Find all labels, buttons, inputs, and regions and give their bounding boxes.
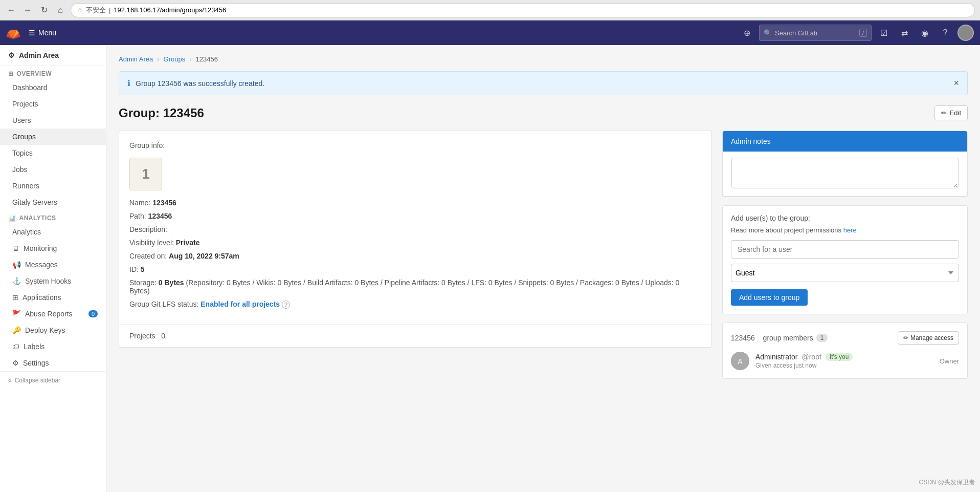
merge-request-icon: ⇄ [901,28,908,38]
group-storage-row: Storage: 0 Bytes (Repository: 0 Bytes / … [129,279,701,295]
collapse-sidebar-button[interactable]: « Collapse sidebar [0,371,106,389]
breadcrumb-admin-area[interactable]: Admin Area [119,55,153,63]
sidebar-item-label: Abuse Reports [25,310,73,318]
sidebar-item-label: Analytics [12,228,41,236]
add-users-title: Add user(s) to the group: [731,214,959,222]
sidebar-item-gitaly-servers[interactable]: Gitaly Servers [0,194,106,210]
storage-label: Storage: [129,279,157,287]
member-avatar: A [731,352,749,370]
sidebar-item-projects[interactable]: Projects [0,96,106,112]
admin-icon: ⚙ [8,51,15,59]
group-id-row: ID: 5 [129,265,701,273]
members-header: 123456 group members 1 ✏ Manage access [731,331,959,345]
nav-merge-requests-button[interactable]: ⇄ [896,25,912,41]
pencil-small-icon: ✏ [903,334,908,341]
new-item-button[interactable]: ⊕ [739,25,755,41]
visibility-value: Private [176,239,200,247]
group-name-row: Name: 123456 [129,199,701,207]
projects-label: Projects [129,332,155,340]
group-description-row: Description: [129,225,701,233]
home-button[interactable]: ⌂ [54,4,66,16]
group-avatar: 1 [129,158,162,190]
group-visibility-row: Visibility level: Private [129,239,701,247]
sidebar-item-runners[interactable]: Runners [0,178,106,194]
hamburger-icon: ☰ [29,29,35,37]
forward-button[interactable]: → [21,4,34,16]
sidebar-item-monitoring[interactable]: 🖥 Monitoring [0,240,106,256]
sidebar-item-abuse-reports[interactable]: 🚩 Abuse Reports 0 [0,306,106,322]
collapse-label: Collapse sidebar [15,377,60,384]
lfs-help-icon[interactable]: ? [282,301,290,309]
address-warning-text: 不安全 [86,6,106,15]
sidebar-item-label: Settings [23,359,49,367]
group-info-section: Group info: 1 Name: 123456 Path: 123456 [119,131,711,324]
gitlab-logo-icon[interactable] [6,26,20,40]
breadcrumb-sep-1: › [157,55,159,63]
refresh-button[interactable]: ↻ [38,4,50,16]
sidebar-item-groups[interactable]: Groups [0,129,106,145]
sidebar-item-label: Deploy Keys [25,326,65,334]
permissions-link[interactable]: here [843,226,857,234]
name-label: Name: [129,199,150,207]
user-avatar[interactable] [957,25,974,41]
nav-issues-button[interactable]: ◉ [917,25,933,41]
global-search[interactable]: 🔍 Search GitLab / [759,25,872,41]
sidebar-item-system-hooks[interactable]: ⚓ System Hooks [0,273,106,289]
path-value: 123456 [148,212,172,220]
nav-todo-button[interactable]: ☑ [876,25,892,41]
storage-value: 0 Bytes [159,279,184,287]
breadcrumb-sep-2: › [189,55,191,63]
sidebar-item-labels[interactable]: 🏷 Labels [0,338,106,355]
lfs-label: Group Git LFS status: [129,300,198,308]
role-select[interactable]: Guest Reporter Developer Maintainer Owne… [731,264,959,282]
lfs-value[interactable]: Enabled for all projects [201,300,280,308]
group-info-card: Group info: 1 Name: 123456 Path: 123456 [119,131,712,348]
sidebar-item-label: Projects [12,100,38,108]
alert-close-button[interactable]: × [953,78,959,89]
sidebar-item-analytics[interactable]: Analytics [0,224,106,240]
left-column: Group info: 1 Name: 123456 Path: 123456 [119,131,712,348]
id-value: 5 [141,265,145,273]
sidebar-item-label: Runners [12,182,39,190]
members-title: 123456 group members 1 [731,334,828,342]
admin-notes-card: Admin notes [722,131,968,197]
address-bar[interactable]: ⚠ 不安全 | 192.168.106.17/admin/groups/1234… [71,3,975,17]
created-value: Aug 10, 2022 9:57am [169,252,239,260]
admin-area-header[interactable]: ⚙ Admin Area [0,45,106,66]
admin-notes-input[interactable] [731,158,959,188]
menu-button[interactable]: ☰ Menu [25,26,60,40]
add-users-button[interactable]: Add users to group [731,289,808,306]
sidebar-item-users[interactable]: Users ← [0,112,106,129]
pencil-icon: ✏ [941,109,947,117]
key-icon: 🔑 [12,326,21,334]
sidebar-item-applications[interactable]: ⊞ Applications [0,289,106,306]
todo-icon: ☑ [880,28,887,38]
sidebar-item-deploy-keys[interactable]: 🔑 Deploy Keys [0,322,106,338]
sidebar-item-label: Applications [23,293,61,302]
sidebar-item-settings[interactable]: ⚙ Settings [0,355,106,371]
nav-help-button[interactable]: ? [937,25,953,41]
path-label: Path: [129,212,146,220]
breadcrumb-groups[interactable]: Groups [164,55,186,63]
alert-message: Group 123456 was successfully created. [136,79,264,88]
member-info: Administrator @root It's you Given acces… [755,353,933,369]
settings-icon: ⚙ [12,359,19,367]
user-search-input[interactable] [731,240,959,259]
description-label: Description: [129,225,167,233]
member-row: A Administrator @root It's you Given acc… [731,352,959,370]
group-avatar-number: 1 [142,166,150,182]
member-role: Owner [940,357,959,365]
sidebar-item-jobs[interactable]: Jobs [0,161,106,178]
back-button[interactable]: ← [5,4,17,16]
sidebar-item-messages[interactable]: 📢 Messages [0,256,106,273]
permissions-prefix: Read more about project permissions [731,226,841,234]
main-content: Admin Area › Groups › 123456 ℹ Group 123… [106,45,980,492]
member-avatar-img: A [731,352,749,370]
edit-group-button[interactable]: ✏ Edit [934,105,968,120]
sidebar-item-dashboard[interactable]: Dashboard [0,79,106,96]
members-label: group members [763,334,813,342]
manage-access-button[interactable]: ✏ Manage access [898,331,959,345]
member-handle: @root [801,353,821,361]
sidebar-item-topics[interactable]: Topics [0,145,106,161]
name-value: 123456 [152,199,176,207]
